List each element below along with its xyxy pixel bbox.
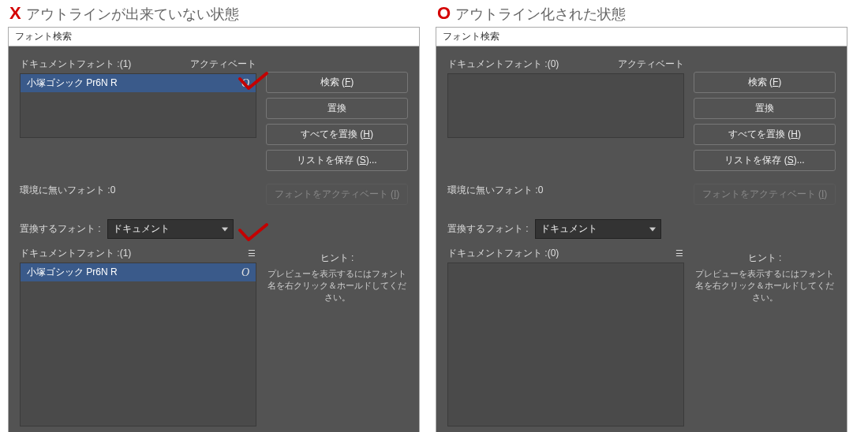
replace-with-label: 置換するフォント :	[447, 222, 529, 236]
hint-body: プレビューを表示するにはフォント名を右クリック＆ホールドしてください。	[694, 268, 836, 304]
list-view-icon[interactable]: ☰	[675, 248, 684, 259]
doc-fonts-2-listbox[interactable]	[447, 263, 684, 426]
doc-fonts-label: ドキュメントフォント :(0)	[447, 58, 559, 71]
replace-with-select[interactable]: ドキュメント	[535, 219, 661, 239]
opentype-icon: O	[241, 266, 249, 279]
window-title: フォント検索	[9, 28, 419, 47]
caption-right: O アウトライン化された状態	[436, 0, 847, 27]
caption-left-text: アウトラインが出来ていない状態	[26, 5, 239, 24]
find-button[interactable]: 検索 (F)	[694, 72, 836, 93]
replace-all-button[interactable]: すべてを置換 (H)	[266, 124, 408, 145]
doc-fonts-2-listbox[interactable]: 小塚ゴシック Pr6N R O	[20, 263, 256, 426]
find-button[interactable]: 検索 (F)	[266, 72, 408, 93]
activate-col-label: アクティベート	[618, 58, 684, 71]
caption-right-text: アウトライン化された状態	[455, 5, 626, 24]
replace-with-select[interactable]: ドキュメント	[107, 219, 234, 239]
caption-left: X アウトラインが出来ていない状態	[8, 0, 420, 27]
font-find-dialog-right: フォント検索 ドキュメントフォント :(0) アクティベート 検索 (F)	[436, 27, 847, 432]
env-fonts-label: 環境に無いフォント :0	[20, 184, 115, 196]
replace-button[interactable]: 置換	[694, 98, 836, 119]
list-item[interactable]: 小塚ゴシック Pr6N R O	[21, 263, 256, 281]
activate-font-button: フォントをアクティベート (I)	[266, 184, 408, 205]
font-find-dialog-left: フォント検索 ドキュメントフォント :(1) アクティベート 小塚ゴシック Pr…	[8, 27, 420, 432]
env-fonts-label: 環境に無いフォント :0	[447, 184, 543, 196]
save-list-button[interactable]: リストを保存 (S)...	[694, 150, 836, 171]
window-title: フォント検索	[436, 28, 847, 47]
doc-fonts-listbox[interactable]: 小塚ゴシック Pr6N R O	[20, 73, 256, 138]
hint-title: ヒント :	[266, 251, 408, 265]
doc-fonts-label: ドキュメントフォント :(1)	[20, 58, 131, 71]
hint-title: ヒント :	[694, 251, 836, 265]
list-item[interactable]: 小塚ゴシック Pr6N R O	[21, 74, 256, 92]
activate-col-label: アクティベート	[190, 58, 256, 71]
mark-o-icon: O	[437, 3, 451, 24]
hint-body: プレビューを表示するにはフォント名を右クリック＆ホールドしてください。	[266, 268, 408, 304]
doc-fonts-2-label: ドキュメントフォント :(1)	[20, 247, 131, 260]
doc-fonts-2-label: ドキュメントフォント :(0)	[447, 247, 559, 260]
save-list-button[interactable]: リストを保存 (S)...	[266, 150, 408, 171]
replace-button[interactable]: 置換	[266, 98, 408, 119]
doc-fonts-listbox[interactable]	[447, 73, 684, 138]
list-view-icon[interactable]: ☰	[248, 248, 256, 259]
activate-font-button: フォントをアクティベート (I)	[694, 184, 836, 205]
font-name: 小塚ゴシック Pr6N R	[27, 76, 118, 90]
opentype-icon: O	[241, 77, 249, 90]
mark-x-icon: X	[9, 3, 21, 24]
font-name: 小塚ゴシック Pr6N R	[27, 266, 118, 279]
replace-all-button[interactable]: すべてを置換 (H)	[694, 124, 836, 145]
replace-with-label: 置換するフォント :	[20, 222, 101, 236]
